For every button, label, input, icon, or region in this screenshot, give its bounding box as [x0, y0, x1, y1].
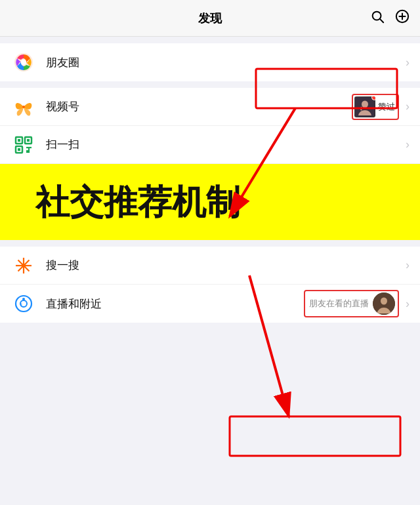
menu-item-scan[interactable]: 扫一扫 ›	[0, 126, 420, 164]
svg-rect-13	[18, 139, 20, 142]
nearby-chevron: ›	[406, 297, 410, 311]
svg-line-1	[380, 19, 383, 22]
channels-avatar	[354, 96, 375, 117]
channels-avatar-dot	[371, 96, 375, 100]
live-badge-text: 朋友在看的直播	[309, 298, 369, 310]
search-chevron: ›	[406, 258, 410, 272]
menu-item-nearby[interactable]: i 直播和附近 朋友在看的直播 ›	[0, 285, 420, 323]
search-icon[interactable]	[370, 9, 385, 28]
shake-chevron: ›	[406, 176, 410, 190]
scan-icon	[10, 132, 37, 158]
channels-chevron: ›	[406, 100, 410, 113]
menu-section-2: 视频号 赞过	[0, 88, 420, 202]
search-menu-label: 搜一搜	[46, 258, 403, 273]
svg-point-22	[22, 220, 25, 222]
nearby-icon: i	[10, 291, 37, 317]
menu-item-moments[interactable]: 朋友圈 ›	[0, 43, 420, 81]
scan-chevron: ›	[406, 138, 410, 152]
channels-right: 赞过 ›	[352, 94, 410, 120]
svg-point-6	[21, 60, 26, 65]
search-menu-icon	[10, 253, 37, 279]
channels-icon	[10, 94, 37, 120]
look-right	[397, 218, 403, 224]
svg-point-30	[22, 298, 25, 300]
social-label-section: › 社交推荐机制	[0, 202, 420, 240]
svg-rect-15	[18, 148, 20, 151]
look-chevron: ›	[406, 214, 410, 228]
header-actions	[370, 9, 410, 28]
page-title: 发现	[198, 10, 222, 26]
look-icon	[10, 208, 37, 234]
menu-item-look[interactable]: ›	[0, 202, 420, 240]
live-avatar	[373, 293, 395, 315]
moments-icon	[10, 49, 37, 75]
look-badge-dot	[397, 218, 403, 224]
moments-chevron: ›	[406, 56, 410, 70]
live-badge: 朋友在看的直播	[304, 290, 399, 317]
menu-item-search[interactable]: 搜一搜 ›	[0, 247, 420, 285]
svg-rect-18	[26, 150, 29, 153]
svg-point-9	[362, 100, 368, 108]
shake-label-visible: 摇一摇	[35, 176, 69, 191]
svg-rect-14	[27, 139, 30, 142]
moments-label: 朋友圈	[46, 55, 403, 70]
add-icon[interactable]	[395, 9, 410, 28]
channels-badge: 赞过	[352, 94, 399, 120]
svg-rect-35	[230, 416, 400, 456]
channels-badge-text: 赞过	[378, 101, 395, 113]
menu-section-3: 搜一搜 › i 直播和附近 朋友在看的直播	[0, 247, 420, 323]
menu-item-channels[interactable]: 视频号 赞过	[0, 88, 420, 126]
menu-item-shake[interactable]: 摇一摇 摇一摇 ›	[0, 164, 420, 202]
svg-text:i: i	[21, 302, 22, 308]
channels-label: 视频号	[46, 99, 352, 114]
scan-label: 扫一扫	[46, 137, 403, 152]
menu-section-1: 朋友圈 ›	[0, 43, 420, 81]
nearby-label: 直播和附近	[46, 296, 304, 312]
header: 发现	[0, 0, 420, 37]
svg-point-27	[22, 264, 26, 268]
social-annotation-bg: 摇一摇	[0, 164, 420, 202]
nearby-right: 朋友在看的直播 ›	[304, 290, 410, 317]
svg-point-7	[22, 106, 25, 108]
svg-point-33	[381, 298, 387, 305]
